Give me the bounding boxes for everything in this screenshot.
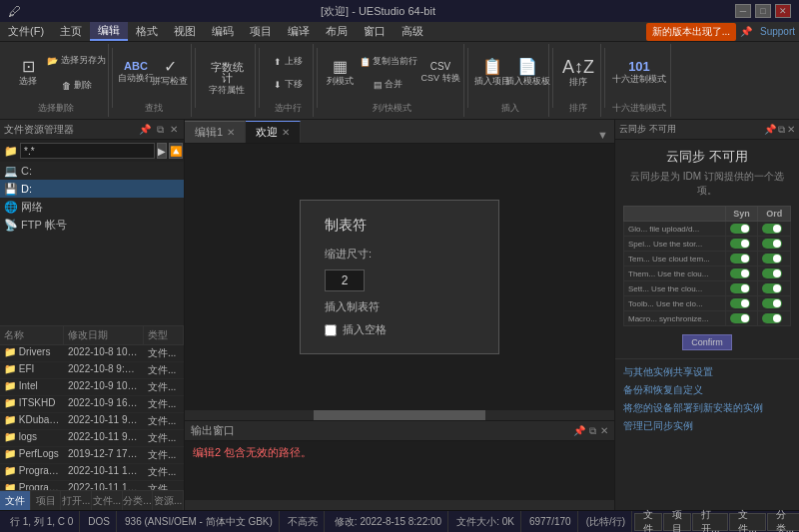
cloud-pin-btn[interactable]: 📌 [764, 124, 776, 136]
menu-encode[interactable]: 编码 [204, 22, 242, 41]
cloud-link-0[interactable]: 与其他实例共享设置 [623, 365, 791, 379]
cloud-toggle-syn-4[interactable] [730, 283, 750, 293]
file-list-row[interactable]: 📁 logs2022-10-11 9:5...文件... [0, 430, 184, 447]
toolbar-csv-btn[interactable]: CSV CSV 转换 [421, 48, 459, 98]
close-button[interactable]: ✕ [775, 4, 791, 18]
sidebar-path-input[interactable] [20, 143, 155, 159]
file-list-row[interactable]: 📁 KDubaSoftD...2022-10-11 9:5...文件... [0, 413, 184, 430]
toolbar-copy-line-btn[interactable]: 📋 复制当前行 [356, 51, 420, 73]
cloud-toggle-ord-0[interactable] [762, 224, 782, 234]
toolbar-select-btn[interactable]: ⊡ 选择 [8, 48, 48, 98]
menu-file[interactable]: 文件(F) [0, 22, 52, 41]
toolbar-chars-btn[interactable]: 字数统计 字符属性 [203, 55, 251, 105]
sidebar-go-btn[interactable]: ▶ [157, 143, 167, 159]
menu-format[interactable]: 格式 [128, 22, 166, 41]
menu-advanced[interactable]: 高级 [394, 22, 431, 41]
status-dos[interactable]: DOS [82, 511, 117, 532]
minimize-button[interactable]: ─ [735, 4, 751, 18]
menu-edit[interactable]: 编辑 [90, 22, 128, 41]
cloud-toggle-syn-1[interactable] [730, 239, 750, 249]
cloud-toggle-ord-6[interactable] [762, 313, 782, 323]
status-highlight[interactable]: 不高亮 [282, 511, 325, 532]
cloud-toggle-syn-0[interactable] [730, 224, 750, 234]
cloud-toggle-ord-5[interactable] [762, 298, 782, 308]
cloud-confirm-btn[interactable]: Confirm [682, 334, 732, 350]
tab-close-0[interactable]: ✕ [227, 127, 235, 138]
tree-item-c[interactable]: 💻 C: [0, 162, 184, 180]
status-tab-1[interactable]: 项目 [663, 513, 691, 531]
toolbar-sort-btn[interactable]: A↕Z 排序 [560, 48, 596, 98]
output-pin-btn[interactable]: 📌 [573, 425, 585, 437]
menu-home[interactable]: 主页 [52, 22, 90, 41]
cloud-link-1[interactable]: 备份和恢复自定义 [623, 383, 791, 397]
insert-space-checkbox[interactable] [325, 324, 337, 336]
file-list-row[interactable]: 📁 ITSKHD2022-10-9 16:5...文件... [0, 396, 184, 413]
toolbar-select-save-btn[interactable]: 📂 选择另存为 [49, 49, 104, 73]
support-link[interactable]: 📌 [736, 26, 756, 37]
status-encoding[interactable]: 936 (ANSI/OEM - 简体中文 GBK) [119, 511, 280, 532]
cloud-float-btn[interactable]: ⧉ [778, 124, 785, 136]
status-tab-3[interactable]: 文件... [729, 513, 765, 531]
sidebar-bottom-tab-1[interactable]: 项目 [31, 491, 62, 510]
cloud-toggle-ord-3[interactable] [762, 268, 782, 278]
output-close-btn[interactable]: ✕ [600, 425, 608, 437]
file-list-row[interactable]: 📁 Program Files2022-10-11 18:...文件... [0, 464, 184, 481]
toolbar-down-btn[interactable]: ⬇ 下移 [267, 74, 309, 96]
cloud-link-3[interactable]: 管理已同步实例 [623, 419, 791, 433]
sidebar-float-btn[interactable]: ⧉ [155, 124, 166, 136]
toolbar-merge-btn[interactable]: ▤ 合并 [356, 74, 420, 96]
menu-window[interactable]: 窗口 [356, 22, 394, 41]
tree-item-ftp[interactable]: 📡 FTP 帐号 [0, 216, 184, 234]
output-hscrollbar[interactable] [185, 500, 614, 510]
status-tab-2[interactable]: 打开... [692, 513, 728, 531]
toolbar-listmode-btn[interactable]: ▦ 列模式 [325, 48, 355, 98]
file-list-row[interactable]: 📁 Drivers2022-10-8 10:0...文件... [0, 345, 184, 362]
cloud-link-2[interactable]: 将您的设备部署到新安装的实例 [623, 401, 791, 415]
new-version-button[interactable]: 新的版本出现了... [646, 23, 736, 41]
sidebar-up-btn[interactable]: 🔼 [169, 143, 183, 159]
sidebar-bottom-tab-2[interactable]: 打开... [61, 491, 92, 510]
sidebar-bottom-tab-4[interactable]: 分类... [123, 491, 154, 510]
tree-item-d[interactable]: 💾 D: [0, 180, 184, 198]
status-tab-0[interactable]: 文件 [634, 513, 662, 531]
toolbar-hex-btn[interactable]: 101 十六进制模式 [617, 48, 661, 98]
toolbar-up-btn[interactable]: ⬆ 上移 [267, 51, 309, 73]
file-list-row[interactable]: 📁 Intel2022-10-9 10:2...文件... [0, 379, 184, 396]
file-list-row[interactable]: 📁 PerfLogs2019-12-7 17:1...文件... [0, 447, 184, 464]
support-text[interactable]: Support [756, 26, 799, 37]
tree-item-network[interactable]: 🌐 网络 [0, 198, 184, 216]
file-list-row[interactable]: 📁 Program File...2022-10-11 15:...文件... [0, 481, 184, 490]
cloud-toggle-syn-3[interactable] [730, 268, 750, 278]
sidebar-close-btn[interactable]: ✕ [168, 124, 180, 136]
toolbar-delete-btn[interactable]: 🗑 删除 [49, 74, 104, 98]
tab-dropdown-btn[interactable]: ▼ [591, 127, 614, 143]
tab-close-1[interactable]: ✕ [282, 127, 290, 138]
cloud-toggle-syn-6[interactable] [730, 313, 750, 323]
menu-compile[interactable]: 编译 [280, 22, 318, 41]
cloud-toggle-syn-2[interactable] [730, 254, 750, 264]
cloud-toggle-ord-1[interactable] [762, 239, 782, 249]
file-list-row[interactable]: 📁 EFI2022-10-8 9:34:...文件... [0, 362, 184, 379]
menu-project[interactable]: 项目 [242, 22, 280, 41]
cloud-close-btn[interactable]: ✕ [787, 124, 795, 136]
status-line-col[interactable]: 行 1, 列 1, C 0 [4, 511, 80, 532]
editor-hscrollbar[interactable] [185, 410, 614, 420]
editor-tab-0[interactable]: 编辑1✕ [185, 121, 246, 143]
toolbar-insert-template-btn[interactable]: 📄 插入模板板 [510, 48, 544, 98]
toolbar-insert-item-btn[interactable]: 📋 插入项目 [475, 48, 509, 98]
sidebar-bottom-tab-5[interactable]: 资源... [153, 491, 184, 510]
sidebar-bottom-tab-0[interactable]: 文件 [0, 491, 31, 510]
indent-value-input[interactable] [325, 269, 365, 291]
menu-view[interactable]: 视图 [166, 22, 204, 41]
status-tab-4[interactable]: 分类... [767, 513, 799, 531]
cloud-toggle-ord-2[interactable] [762, 254, 782, 264]
maximize-button[interactable]: □ [755, 4, 771, 18]
cloud-toggle-ord-4[interactable] [762, 283, 782, 293]
toolbar-spell-btn[interactable]: ✓ 拼写检查 [153, 48, 187, 98]
menu-layout[interactable]: 布局 [318, 22, 356, 41]
editor-hscrollbar-thumb[interactable] [314, 410, 485, 420]
toolbar-abc-btn[interactable]: ABC 自动换行 [120, 48, 152, 98]
sidebar-bottom-tab-3[interactable]: 文件... [92, 491, 123, 510]
editor-tab-1[interactable]: 欢迎✕ [246, 121, 301, 143]
sidebar-pin-btn[interactable]: 📌 [137, 124, 153, 136]
